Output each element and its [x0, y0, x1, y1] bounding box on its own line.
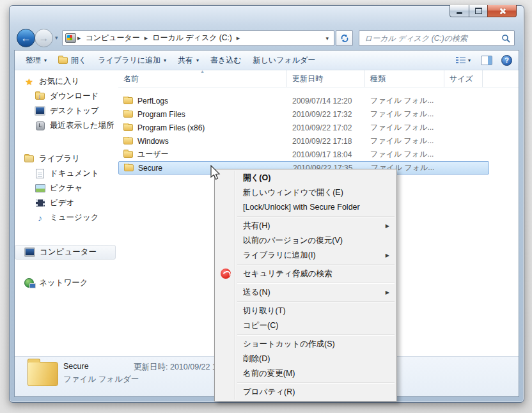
menu-item-restore-previous-versions[interactable]: 以前のバージョンの復元(V): [216, 233, 395, 248]
file-type: ファイル フォル...: [365, 95, 444, 106]
file-name: ユーザー: [137, 149, 169, 160]
refresh-button[interactable]: [336, 30, 353, 46]
file-rows: PerfLogs 2009/07/14 12:20 ファイル フォル... Pr…: [118, 88, 519, 175]
menu-item-properties[interactable]: プロパティ(R): [216, 385, 395, 400]
menu-item-create-shortcut[interactable]: ショートカットの作成(S): [216, 337, 395, 352]
views-icon: [456, 56, 465, 64]
toolbar-right-group: ▾ ?: [453, 52, 513, 68]
help-button[interactable]: ?: [500, 52, 513, 68]
menu-item-lock-unlock-secure-folder[interactable]: [Lock/Unlock] with Secure Folder: [216, 200, 395, 215]
recent-places-icon: [35, 121, 45, 130]
sidebar-item-documents[interactable]: ドキュメント: [15, 166, 118, 181]
sidebar-item-downloads[interactable]: ダウンロード: [15, 89, 118, 104]
column-header-name[interactable]: ▲ 名前: [118, 70, 287, 87]
breadcrumb-item-local-disk-c[interactable]: ローカル ディスク (C:): [149, 33, 235, 43]
navigation-bar: ← → ▾ ▶ コンピューター ▶ ローカル ディスク (C:) ▶ ▾: [10, 27, 524, 49]
add-to-library-label: ライブラリに追加: [98, 55, 160, 66]
sidebar-item-music[interactable]: ♪ ミュージック: [15, 210, 118, 225]
search-input[interactable]: [363, 33, 501, 43]
sidebar-item-videos[interactable]: ビデオ: [15, 196, 118, 210]
file-date: 2010/09/22 17:32: [287, 110, 365, 119]
address-bar[interactable]: ▶ コンピューター ▶ ローカル ディスク (C:) ▶ ▾: [62, 30, 334, 46]
file-date: 2009/07/14 12:20: [287, 97, 365, 105]
menu-item-open[interactable]: 開く(O): [216, 171, 395, 185]
search-icon[interactable]: [501, 34, 510, 43]
menu-item-open-in-new-window[interactable]: 新しいウィンドウで開く(E): [216, 185, 395, 200]
sidebar-item-recent-places[interactable]: 最近表示した場所: [15, 118, 118, 133]
table-row-windows[interactable]: Windows 2010/09/22 17:18 ファイル フォル...: [118, 134, 519, 148]
menu-label: セキュリティ脅威の検索: [243, 269, 332, 278]
menu-label: 名前の変更(M): [243, 369, 295, 378]
folder-icon: [123, 111, 133, 118]
videos-icon: [35, 199, 45, 207]
menu-item-delete[interactable]: 削除(D): [216, 352, 395, 366]
navigation-pane: ★ お気に入り ダウンロード デスクトップ 最近表示した場所: [15, 70, 118, 356]
menu-item-share[interactable]: 共有(H)▶: [216, 219, 395, 233]
sidebar-label: ビデオ: [50, 198, 74, 208]
table-row-program-files-x86[interactable]: Program Files (x86) 2010/09/22 17:02 ファイ…: [118, 121, 519, 134]
menu-item-send-to[interactable]: 送る(N)▶: [216, 285, 395, 300]
column-header-date-modified[interactable]: 更新日時: [287, 70, 365, 87]
table-row-perflogs[interactable]: PerfLogs 2009/07/14 12:20 ファイル フォル...: [118, 94, 519, 107]
sort-ascending-icon: ▲: [200, 70, 205, 74]
file-name: Program Files (x86): [137, 123, 205, 132]
file-type: ファイル フォル...: [365, 136, 444, 146]
preview-pane-button[interactable]: [480, 52, 494, 68]
share-button[interactable]: 共有 ▾: [172, 52, 205, 68]
folder-icon: [123, 124, 133, 131]
menu-separator: [237, 264, 395, 265]
sidebar-item-libraries[interactable]: ライブラリ: [15, 152, 118, 166]
organize-button[interactable]: 整理 ▾: [20, 52, 52, 68]
chevron-down-icon: ▾: [164, 58, 166, 63]
file-type: ファイル フォル...: [365, 109, 444, 120]
table-row-program-files[interactable]: Program Files 2010/09/22 17:32 ファイル フォル.…: [118, 107, 519, 121]
mouse-cursor: [210, 165, 221, 182]
menu-separator: [237, 334, 395, 335]
column-header-size[interactable]: サイズ: [444, 70, 483, 87]
sidebar-item-desktop[interactable]: デスクトップ: [15, 104, 118, 118]
address-dropdown-button[interactable]: ▾: [323, 35, 331, 42]
refresh-icon: [340, 34, 349, 43]
maximize-button[interactable]: [469, 5, 487, 17]
column-label: 名前: [123, 74, 139, 84]
back-arrow-icon: ←: [21, 33, 31, 44]
breadcrumb-item-computer[interactable]: コンピューター: [82, 33, 143, 43]
close-button[interactable]: [487, 5, 517, 17]
new-folder-button[interactable]: 新しいフォルダー: [247, 52, 322, 68]
menu-item-copy[interactable]: コピー(C): [216, 318, 395, 333]
minimize-icon: [457, 12, 462, 14]
sidebar-item-computer[interactable]: コンピューター: [15, 245, 116, 260]
back-button[interactable]: ←: [17, 29, 35, 47]
folder-icon-large: [27, 362, 58, 386]
command-toolbar: 整理 ▾ 開く ライブラリに追加 ▾ 共有 ▾ 書き込む 新しいフォルダー: [15, 51, 519, 70]
open-label: 開く: [71, 55, 86, 66]
sidebar-item-favorites[interactable]: ★ お気に入り: [15, 74, 118, 89]
computer-icon: [24, 247, 35, 257]
open-button[interactable]: 開く: [52, 52, 92, 68]
menu-separator: [237, 283, 395, 283]
new-folder-label: 新しいフォルダー: [253, 55, 316, 66]
folder-icon: [123, 137, 133, 144]
forward-button[interactable]: →: [35, 29, 53, 47]
history-dropdown-button[interactable]: ▾: [55, 35, 58, 41]
breadcrumb-arrow-icon: ▶: [235, 36, 241, 41]
add-to-library-button[interactable]: ライブラリに追加 ▾: [92, 52, 172, 68]
change-view-button[interactable]: ▾: [453, 52, 473, 68]
menu-item-rename[interactable]: 名前の変更(M): [216, 366, 395, 381]
menu-item-include-in-library[interactable]: ライブラリに追加(I)▶: [216, 248, 395, 263]
menu-item-cut[interactable]: 切り取り(T): [216, 304, 395, 318]
details-file-type: ファイル フォルダー: [63, 374, 139, 385]
burn-button[interactable]: 書き込む: [205, 52, 247, 68]
minimize-button[interactable]: [450, 5, 469, 17]
breadcrumb-arrow-icon: ▶: [143, 36, 149, 41]
menu-item-scan-security-threats[interactable]: セキュリティ脅威の検索: [216, 267, 395, 281]
menu-label: ショートカットの作成(S): [243, 339, 335, 348]
column-header-type[interactable]: 種類: [365, 70, 444, 87]
sidebar-label: コンピューター: [40, 247, 97, 258]
table-row-users[interactable]: ユーザー 2010/09/17 18:04 ファイル フォル...: [118, 148, 519, 161]
sidebar-item-network[interactable]: ネットワーク: [15, 276, 118, 290]
sidebar-item-pictures[interactable]: ピクチャ: [15, 181, 118, 196]
sidebar-spacer: [15, 260, 118, 276]
chevron-down-icon: ▾: [44, 58, 47, 63]
burn-label: 書き込む: [210, 55, 242, 66]
